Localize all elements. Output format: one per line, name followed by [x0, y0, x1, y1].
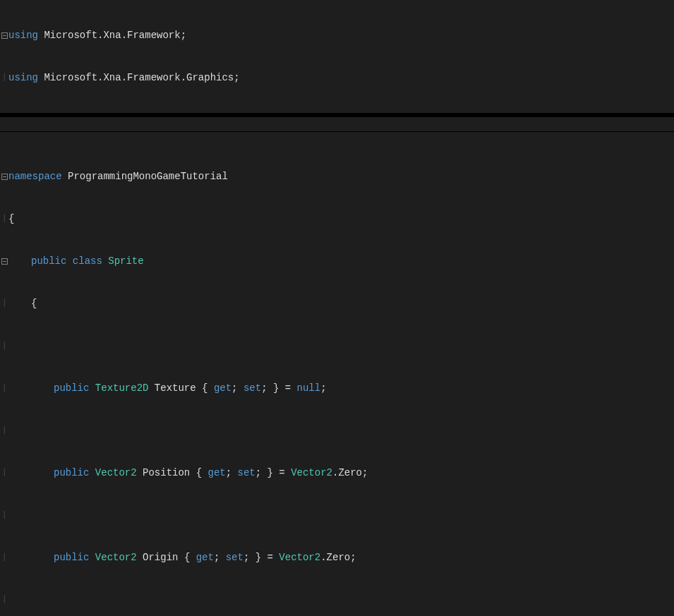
fold-icon[interactable]	[0, 254, 8, 268]
code-line[interactable]: │public Texture2D Texture { get; set; } …	[0, 381, 674, 395]
namespace-ref: Microsoft.Xna.Framework	[44, 30, 180, 41]
blank-line[interactable]: │	[0, 423, 674, 437]
blank-line[interactable]: │	[0, 593, 674, 607]
separator	[0, 131, 674, 141]
fold-icon[interactable]	[0, 169, 8, 183]
code-line[interactable]: │public Vector2 Position { get; set; } =…	[0, 466, 674, 480]
code-line[interactable]: │public Vector2 Origin { get; set; } = V…	[0, 550, 674, 564]
kw-using: using	[8, 30, 38, 41]
code-line[interactable]: │{	[0, 296, 674, 310]
code-editor[interactable]: using Microsoft.Xna.Framework; │ using M…	[0, 0, 674, 616]
blank-line[interactable]: │	[0, 508, 674, 522]
kw-namespace: namespace	[8, 171, 62, 182]
kw-using: using	[8, 72, 38, 83]
fold-guide: │	[0, 212, 8, 226]
separator	[0, 113, 674, 117]
code-line[interactable]: public class Sprite	[0, 254, 674, 268]
code-line[interactable]: namespace ProgrammingMonoGameTutorial	[0, 169, 674, 183]
namespace-name: ProgrammingMonoGameTutorial	[68, 171, 228, 182]
fold-icon[interactable]	[0, 28, 8, 42]
namespace-ref: Microsoft.Xna.Framework.Graphics	[44, 72, 234, 83]
code-line[interactable]: │ using Microsoft.Xna.Framework.Graphics…	[0, 71, 674, 85]
fold-guide: │	[0, 71, 8, 85]
code-line[interactable]: │ {	[0, 212, 674, 226]
blank-line[interactable]: │	[0, 339, 674, 353]
class-name: Sprite	[108, 255, 143, 267]
code-line[interactable]: using Microsoft.Xna.Framework;	[0, 28, 674, 42]
